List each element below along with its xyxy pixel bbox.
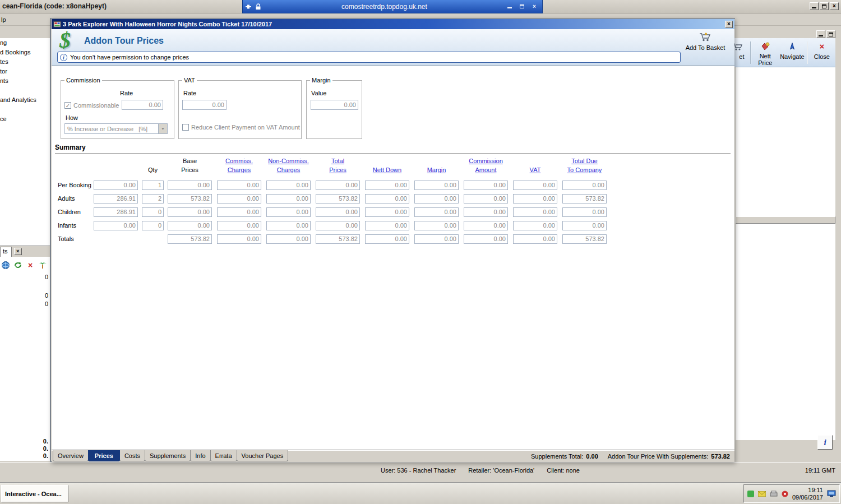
price-field[interactable]: 573.82 bbox=[316, 194, 360, 204]
host-close-button[interactable]: × bbox=[830, 2, 839, 10]
basket-toolbar-button[interactable]: et bbox=[734, 39, 749, 66]
price-field[interactable]: 286.91 bbox=[94, 194, 138, 204]
printer-icon[interactable] bbox=[770, 491, 778, 497]
column-header[interactable]: Commiss.Charges bbox=[217, 157, 261, 175]
vat-rate-input[interactable]: 0.00 bbox=[182, 100, 227, 110]
mdi-restore-button[interactable] bbox=[826, 30, 835, 38]
price-field[interactable]: 0.00 bbox=[513, 207, 557, 217]
price-field[interactable]: 0.00 bbox=[316, 207, 360, 217]
info-button[interactable]: i bbox=[817, 435, 833, 450]
column-header[interactable]: Nett Down bbox=[365, 157, 409, 175]
column-header[interactable]: Non-Commiss.Charges bbox=[266, 157, 311, 175]
tab-errata[interactable]: Errata bbox=[210, 450, 237, 461]
price-field[interactable]: 0.00 bbox=[562, 207, 607, 217]
price-field[interactable]: 0.00 bbox=[266, 194, 311, 204]
column-header[interactable]: TotalPrices bbox=[316, 157, 360, 175]
price-field[interactable]: 0.00 bbox=[94, 181, 138, 190]
left-pane-tab[interactable]: ts bbox=[0, 247, 12, 257]
delete-icon[interactable]: × bbox=[26, 261, 35, 270]
rdp-restore-button[interactable] bbox=[516, 2, 528, 12]
price-field[interactable]: 0.00 bbox=[168, 207, 212, 217]
price-field[interactable]: 0.00 bbox=[513, 221, 557, 230]
sidebar-item[interactable]: nts bbox=[0, 77, 8, 84]
rdp-minimize-button[interactable] bbox=[504, 2, 515, 12]
price-field[interactable]: 0.00 bbox=[365, 221, 409, 230]
panel-splitter[interactable] bbox=[736, 216, 835, 224]
price-field[interactable]: 0.00 bbox=[414, 194, 459, 204]
globe-icon[interactable] bbox=[1, 261, 10, 270]
nett-price-button[interactable]: Nett Price bbox=[752, 39, 779, 66]
palm-tree-icon[interactable] bbox=[38, 261, 47, 270]
sidebar-item[interactable]: and Analytics bbox=[0, 96, 36, 103]
sidebar-item[interactable]: tes bbox=[0, 58, 8, 65]
margin-value-input[interactable]: 0.00 bbox=[311, 100, 358, 110]
price-field[interactable]: 0.00 bbox=[414, 234, 459, 244]
rdp-connection-bar[interactable]: comostreetrdp.topdog.uk.net × bbox=[242, 0, 543, 13]
price-field[interactable]: 573.82 bbox=[168, 234, 212, 244]
price-field[interactable]: 0.00 bbox=[464, 194, 508, 204]
price-field[interactable]: 0.00 bbox=[217, 194, 261, 204]
dropdown-arrow-icon[interactable]: ▼ bbox=[158, 124, 167, 133]
navigate-button[interactable]: Navigate bbox=[779, 39, 806, 66]
price-field[interactable]: 2 bbox=[142, 194, 164, 204]
commission-rate-input[interactable]: 0.00 bbox=[122, 100, 163, 110]
tab-supplements[interactable]: Supplements bbox=[145, 450, 191, 461]
sidebar-item[interactable]: ng bbox=[0, 39, 7, 46]
commissionable-checkbox[interactable]: ✓ bbox=[64, 102, 71, 109]
price-field[interactable]: 0.00 bbox=[266, 234, 311, 244]
left-pane-close-button[interactable]: × bbox=[14, 248, 22, 255]
refresh-icon[interactable] bbox=[13, 261, 22, 270]
price-field[interactable]: 573.82 bbox=[316, 234, 360, 244]
tab-overview[interactable]: Overview bbox=[53, 450, 89, 461]
reduce-vat-checkbox[interactable] bbox=[182, 124, 189, 131]
price-field[interactable]: 0.00 bbox=[217, 207, 261, 217]
price-field[interactable]: 1 bbox=[142, 181, 164, 190]
price-field[interactable]: 0.00 bbox=[168, 181, 212, 190]
price-field[interactable]: 0.00 bbox=[266, 181, 311, 190]
price-field[interactable]: 0.00 bbox=[464, 234, 508, 244]
column-header[interactable]: Margin bbox=[414, 157, 459, 175]
sidebar-item[interactable]: tor bbox=[0, 68, 7, 75]
commission-how-dropdown[interactable]: % Increase or Decrease [%] ▼ bbox=[64, 123, 168, 134]
menu-item-help-fragment[interactable]: lp bbox=[1, 16, 6, 23]
price-field[interactable]: 573.82 bbox=[562, 194, 607, 204]
price-field[interactable]: 0.00 bbox=[414, 221, 459, 230]
price-field[interactable]: 0.00 bbox=[217, 221, 261, 230]
price-field[interactable]: 0.00 bbox=[464, 207, 508, 217]
add-to-basket-button[interactable]: Add To Basket bbox=[680, 32, 731, 63]
price-field[interactable]: 0.00 bbox=[266, 221, 311, 230]
host-maximize-button[interactable] bbox=[820, 2, 829, 10]
price-field[interactable]: 0.00 bbox=[365, 194, 409, 204]
price-field[interactable]: 0.00 bbox=[217, 234, 261, 244]
tray-status-icon[interactable] bbox=[747, 491, 754, 497]
price-field[interactable]: 0.00 bbox=[217, 181, 261, 190]
price-field[interactable]: 0.00 bbox=[562, 221, 607, 230]
column-header[interactable]: CommissionAmount bbox=[464, 157, 508, 175]
column-header[interactable]: Total DueTo Company bbox=[562, 157, 607, 175]
price-field[interactable]: 0.00 bbox=[562, 181, 607, 190]
price-field[interactable]: 286.91 bbox=[94, 207, 138, 217]
price-field[interactable]: 0.00 bbox=[513, 194, 557, 204]
price-field[interactable]: 0.00 bbox=[513, 181, 557, 190]
dialog-titlebar[interactable]: 3 Park Explorer With Halloween Horror Ni… bbox=[52, 19, 734, 29]
price-field[interactable]: 573.82 bbox=[168, 194, 212, 204]
price-field[interactable]: 0.00 bbox=[168, 221, 212, 230]
price-field[interactable]: 0.00 bbox=[464, 221, 508, 230]
close-toolbar-button[interactable]: × Close bbox=[808, 39, 835, 66]
sidebar-item[interactable]: ce bbox=[0, 115, 7, 122]
tab-prices[interactable]: Prices bbox=[88, 450, 120, 461]
price-field[interactable]: 0 bbox=[142, 207, 164, 217]
tab-voucher-pages[interactable]: Voucher Pages bbox=[237, 450, 289, 461]
price-field[interactable]: 0.00 bbox=[464, 181, 508, 190]
pin-icon[interactable] bbox=[245, 3, 252, 10]
tab-info[interactable]: Info bbox=[190, 450, 210, 461]
dialog-close-button[interactable]: × bbox=[725, 21, 733, 28]
sidebar-item[interactable]: d Bookings bbox=[0, 49, 30, 56]
price-field[interactable]: 0.00 bbox=[316, 221, 360, 230]
display-icon[interactable] bbox=[827, 490, 836, 497]
price-field[interactable]: 0.00 bbox=[266, 207, 311, 217]
price-field[interactable]: 573.82 bbox=[562, 234, 607, 244]
price-field[interactable]: 0 bbox=[142, 221, 164, 230]
mail-icon[interactable] bbox=[758, 491, 766, 497]
mdi-minimize-button[interactable] bbox=[816, 30, 825, 38]
